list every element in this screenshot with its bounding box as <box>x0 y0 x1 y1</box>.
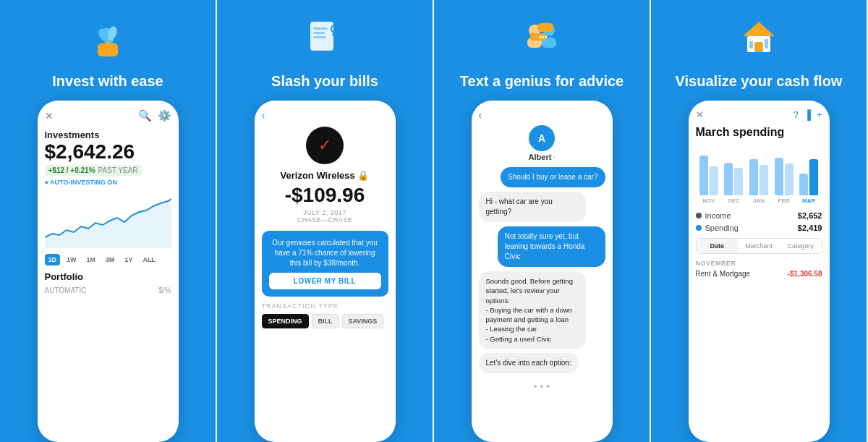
investments-label: Investments <box>45 129 171 140</box>
back-icon[interactable]: ‹ <box>262 109 388 121</box>
spending-legend-row: Spending $2,419 <box>696 224 822 232</box>
phone3: ‹ A Albert › Should I buy or lease a car… <box>472 101 613 442</box>
close-icon[interactable]: ✕ <box>45 110 54 122</box>
auto-investing-label: ● AUTO-INVESTING ON <box>45 179 171 186</box>
merchant-name: Verizon Wireless 🔒 <box>262 170 388 181</box>
bar-feb: FEB <box>773 148 794 204</box>
income-dot <box>696 213 702 218</box>
bill-amount: -$109.96 <box>262 184 388 207</box>
spending-type-btn[interactable]: SPENDING <box>262 314 309 328</box>
bar-mar-income <box>799 174 808 195</box>
tab-1d[interactable]: 1D <box>45 254 61 265</box>
cashflow-legend: Income $2,652 Spending $2,419 <box>696 211 822 232</box>
tab-all[interactable]: ALL <box>140 254 160 265</box>
tab-1w[interactable]: 1W <box>63 254 80 265</box>
invest-icon <box>82 13 134 65</box>
tab-category[interactable]: Category <box>780 239 822 253</box>
chat-icon <box>516 13 568 65</box>
march-spending-title: March spending <box>696 126 822 139</box>
settings-icon[interactable]: ⚙️ <box>158 109 171 122</box>
bar-mar: MAR <box>799 148 820 204</box>
tab-3m[interactable]: 3M <box>102 254 119 265</box>
checkmark-icon: ✓ <box>318 136 331 155</box>
bill-date: JULY 2, 2017 CHASE—CHASE <box>262 209 388 224</box>
svg-point-4 <box>106 41 110 46</box>
phone4: ✕ ? ▐ + March spending NOV <box>689 101 830 442</box>
search-icon[interactable]: 🔍 <box>138 109 152 122</box>
fraction-label: $/% <box>158 286 171 294</box>
agent-avatar-area: A Albert › <box>479 125 605 161</box>
verizon-logo: ✓ <box>306 127 344 164</box>
lower-bill-button[interactable]: LOWER MY BILL <box>269 273 381 289</box>
svg-rect-8 <box>313 32 325 34</box>
november-section: NOVEMBER <box>696 260 822 267</box>
bar-dec-income <box>724 163 733 195</box>
plus-icon[interactable]: + <box>817 109 822 120</box>
typing-indicator: • • • <box>479 381 605 392</box>
svg-rect-9 <box>313 36 326 38</box>
card2-title: Slash your bills <box>271 72 378 90</box>
chat-msg-5: Let's dive into each option: <box>479 353 579 373</box>
bar-feb-income <box>775 158 783 195</box>
svg-line-12 <box>332 30 342 32</box>
phone1: ✕ 🔍 ⚙️ Investments $2,642.26 +$12 / +0.2… <box>38 101 179 442</box>
chat-msg-2: Hi - what car are you getting? <box>479 192 587 222</box>
phone1-topbar: ✕ 🔍 ⚙️ <box>45 109 171 122</box>
tab-1m[interactable]: 1M <box>83 254 100 265</box>
bar-nov-spend <box>710 166 718 195</box>
spending-dot <box>696 225 702 231</box>
chevron-right-icon: › <box>553 153 555 161</box>
cashflow-tabs: Date Merchant Category <box>696 238 822 254</box>
bar-jan: JAN <box>749 148 770 204</box>
investments-amount: $2,642.26 <box>45 140 171 163</box>
svg-marker-23 <box>743 22 775 36</box>
svg-rect-27 <box>765 39 768 48</box>
chat-msg-4: Sounds good. Before getting started, let… <box>479 271 587 349</box>
card-cashflow: Visualize your cash flow ✕ ? ▐ + March s… <box>651 0 868 442</box>
svg-rect-26 <box>749 41 753 48</box>
card-bills: Slash your bills ‹ ✓ Verizon Wireless 🔒 … <box>217 0 434 442</box>
chart-icon[interactable]: ▐ <box>804 109 811 120</box>
cashflow-icon <box>733 13 785 65</box>
svg-point-22 <box>545 36 548 38</box>
tab-1y[interactable]: 1Y <box>122 254 137 265</box>
bar-mar-spend <box>809 159 818 195</box>
tab-date[interactable]: Date <box>697 239 739 253</box>
cta-box: Our geniuses calculated that you have a … <box>262 231 388 297</box>
tx-type-label: TRANSACTION TYPE <box>262 302 388 310</box>
tab-merchant[interactable]: Merchant <box>738 239 780 253</box>
phone2: ‹ ✓ Verizon Wireless 🔒 -$109.96 JULY 2, … <box>255 101 396 442</box>
svg-point-21 <box>542 36 545 38</box>
agent-avatar: A <box>529 125 555 151</box>
bar-dec-spend <box>734 168 743 195</box>
card4-title: Visualize your cash flow <box>676 72 843 90</box>
close-icon-4[interactable]: ✕ <box>696 109 704 120</box>
phone4-topbar: ✕ ? ▐ + <box>696 109 822 120</box>
svg-point-20 <box>540 36 542 38</box>
bar-nov: NOV <box>699 148 720 204</box>
badge-value: +$12 / +0.21% PAST YEAR <box>45 165 142 176</box>
svg-rect-25 <box>754 42 763 52</box>
bills-icon <box>299 13 351 65</box>
question-icon[interactable]: ? <box>793 109 798 120</box>
agent-name: Albert <box>529 153 552 161</box>
svg-rect-7 <box>313 27 328 30</box>
spending-bar-chart: NOV DEC JAN FE <box>696 146 822 204</box>
chat-msg-3: Not totally sure yet, but leaning toward… <box>498 226 605 267</box>
card1-title: Invest with ease <box>52 72 163 90</box>
card3-title: Text a genius for advice <box>460 72 624 90</box>
income-legend-row: Income $2,652 <box>696 211 822 220</box>
chat-messages: Should I buy or lease a car? Hi - what c… <box>479 167 605 436</box>
chart-tabs: 1D 1W 1M 3M 1Y ALL <box>45 254 171 265</box>
auto-label-bottom: AUTOMATIC <box>45 286 87 294</box>
savings-type-btn[interactable]: SAVINGS <box>342 314 384 328</box>
bar-jan-spend <box>760 165 768 195</box>
bill-type-btn[interactable]: BILL <box>312 314 339 328</box>
chat-back-icon[interactable]: ‹ <box>479 109 605 121</box>
tx-type-buttons: SPENDING BILL SAVINGS <box>262 314 388 328</box>
portfolio-label: Portfolio <box>45 271 171 282</box>
investment-chart <box>45 190 171 248</box>
svg-rect-18 <box>537 23 553 32</box>
card-invest: Invest with ease ✕ 🔍 ⚙️ Investments $2,6… <box>0 0 217 442</box>
bar-nov-income <box>699 156 708 195</box>
